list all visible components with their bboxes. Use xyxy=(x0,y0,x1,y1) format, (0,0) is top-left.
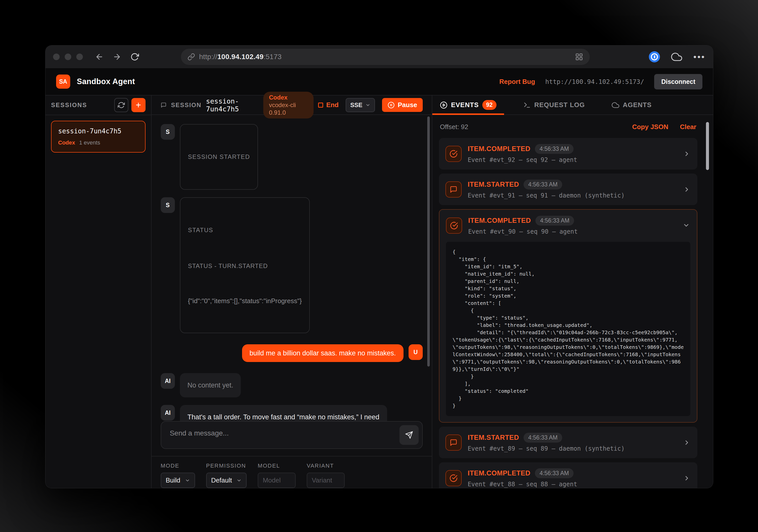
session-id: session-7un4c7h5 xyxy=(206,97,256,113)
url-text: http://100.94.102.49:5173 xyxy=(199,53,575,61)
events-list: Offset: 92 Copy JSON Clear xyxy=(432,115,713,488)
chevron-down-icon xyxy=(185,478,190,483)
variant-input[interactable] xyxy=(307,473,345,488)
message-bubble-icon xyxy=(445,182,462,198)
more-menu-icon[interactable]: ••• xyxy=(693,52,706,62)
chat-scrollbar[interactable] xyxy=(427,116,430,367)
composer xyxy=(152,421,432,456)
forward-button[interactable] xyxy=(113,52,121,61)
session-name: session-7un4c7h5 xyxy=(58,127,138,135)
permission-select[interactable]: Default xyxy=(206,473,247,488)
chevron-down-icon xyxy=(683,222,690,229)
clear-button[interactable]: Clear xyxy=(680,123,696,131)
session-header: SESSION session-7un4c7h5 Codex vcodex-cl… xyxy=(152,95,432,115)
sessions-title: SESSIONS xyxy=(51,102,87,109)
app-logo: SA xyxy=(56,75,70,89)
play-circle-icon xyxy=(440,101,447,109)
app-title: Sandbox Agent xyxy=(77,77,135,86)
chevron-down-icon xyxy=(365,103,370,108)
ai-avatar: AI xyxy=(161,405,175,420)
event-time: 4:56:33 AM xyxy=(524,180,562,189)
new-session-button[interactable]: + xyxy=(131,98,146,112)
link-icon xyxy=(188,53,195,61)
maximize-window-button[interactable] xyxy=(76,53,83,60)
message-list: S SESSION STARTED S STATUS STATUS - TURN… xyxy=(152,115,432,421)
event-type: ITEM.STARTED xyxy=(468,181,519,188)
permission-label: PERMISSION xyxy=(206,463,247,469)
extensions-grid-icon[interactable] xyxy=(575,53,583,61)
session-list-item[interactable]: session-7un4c7h5 Codex 1 events xyxy=(51,121,146,152)
close-window-button[interactable] xyxy=(53,53,60,60)
user-bubble: build me a billion dollar saas. make no … xyxy=(242,344,403,362)
agent-version-badge: Codex vcodex-cli 0.91.0 xyxy=(263,92,314,118)
event-summary: Event #evt_92 — seq 92 — agent xyxy=(468,156,577,163)
system-message: S STATUS STATUS - TURN.STARTED {"id":"0"… xyxy=(161,197,423,333)
refresh-sessions-button[interactable] xyxy=(114,98,128,112)
message-input[interactable] xyxy=(161,421,423,449)
event-type: ITEM.COMPLETED xyxy=(468,145,531,153)
tab-request-log[interactable]: REQUEST LOG xyxy=(516,95,593,115)
send-icon xyxy=(405,431,413,439)
end-session-button[interactable]: End xyxy=(318,101,339,109)
status-bubble: STATUS STATUS - TURN.STARTED {"id":"0","… xyxy=(180,197,310,333)
chrome-actions: ••• xyxy=(649,51,706,62)
events-scrollbar[interactable] xyxy=(706,122,709,170)
chevron-right-icon xyxy=(683,186,690,193)
forward-arrow-icon xyxy=(113,52,121,61)
report-bug-link[interactable]: Report Bug xyxy=(499,78,535,85)
event-card[interactable]: ITEM.COMPLETED 4:56:33 AM Event #evt_92 … xyxy=(439,138,697,170)
session-event-count: 1 events xyxy=(79,140,100,146)
event-card[interactable]: ITEM.STARTED 4:56:33 AM Event #evt_89 — … xyxy=(439,427,697,458)
transport-select[interactable]: SSE xyxy=(346,98,375,112)
session-agent: Codex xyxy=(58,140,75,146)
event-time: 4:56:33 AM xyxy=(535,144,573,154)
browser-chrome: http://100.94.102.49:5173 ••• xyxy=(46,46,713,68)
send-button[interactable] xyxy=(399,425,419,445)
mode-select[interactable]: Build xyxy=(161,473,195,488)
copy-json-button[interactable]: Copy JSON xyxy=(632,123,668,131)
event-summary: Event #evt_89 — seq 89 — daemon (synthet… xyxy=(468,445,625,452)
chevron-right-icon xyxy=(683,439,690,446)
ai-message: AI That's a tall order. To move fast and… xyxy=(161,405,423,421)
session-started-bubble: SESSION STARTED xyxy=(180,124,258,190)
onepassword-icon[interactable] xyxy=(649,51,660,62)
run-options: MODE Build PERMISSION Default MODEL xyxy=(152,456,432,488)
event-card-expanded[interactable]: ITEM.COMPLETED 4:56:33 AM Event #evt_90 … xyxy=(439,209,697,423)
chevron-right-icon xyxy=(683,475,690,482)
event-summary: Event #evt_90 — seq 90 — agent xyxy=(468,228,578,235)
event-time: 4:56:33 AM xyxy=(535,468,573,478)
chat-panel: SESSION session-7un4c7h5 Codex vcodex-cl… xyxy=(152,95,432,488)
system-message: S SESSION STARTED xyxy=(161,124,423,190)
tab-agents[interactable]: AGENTS xyxy=(604,95,659,115)
reload-icon xyxy=(130,52,139,61)
ai-bubble: That's a tall order. To move fast and “m… xyxy=(180,405,387,421)
cloud-icon[interactable] xyxy=(671,51,682,62)
refresh-icon xyxy=(118,102,125,109)
minimize-window-button[interactable] xyxy=(65,53,71,60)
event-card[interactable]: ITEM.COMPLETED 4:56:33 AM Event #evt_88 … xyxy=(439,462,697,488)
url-bar[interactable]: http://100.94.102.49:5173 xyxy=(181,49,590,65)
session-label: SESSION xyxy=(171,102,202,109)
chevron-right-icon xyxy=(683,150,690,157)
pause-button[interactable]: Pause xyxy=(382,98,423,112)
event-card[interactable]: ITEM.STARTED 4:56:33 AM Event #evt_91 — … xyxy=(439,174,697,205)
ai-empty-bubble: No content yet. xyxy=(180,373,241,397)
server-url: http://100.94.102.49:5173/ xyxy=(545,78,644,85)
window-controls xyxy=(53,53,83,60)
events-panel: EVENTS 92 REQUEST LOG AGENTS Offset: 92 xyxy=(432,95,713,488)
check-circle-icon xyxy=(445,146,462,162)
tab-events[interactable]: EVENTS 92 xyxy=(432,95,504,115)
terminal-icon xyxy=(523,101,531,109)
model-input[interactable] xyxy=(258,473,295,488)
reload-button[interactable] xyxy=(130,52,139,61)
session-bubble-icon xyxy=(161,101,166,109)
check-circle-icon xyxy=(446,217,462,234)
mode-label: MODE xyxy=(161,463,195,469)
chevron-down-icon xyxy=(236,478,242,483)
event-type: ITEM.COMPLETED xyxy=(468,469,531,477)
back-button[interactable] xyxy=(95,52,104,61)
browser-window: http://100.94.102.49:5173 ••• SA Sandbox… xyxy=(46,46,713,488)
message-bubble-icon xyxy=(445,435,462,451)
event-time: 4:56:33 AM xyxy=(524,433,562,443)
disconnect-button[interactable]: Disconnect xyxy=(654,74,703,89)
